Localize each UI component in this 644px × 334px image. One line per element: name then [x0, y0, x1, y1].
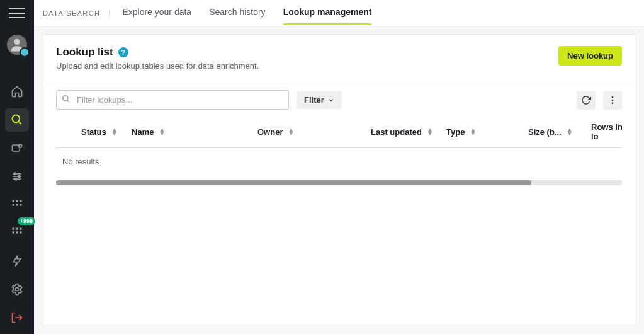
- svg-line-26: [67, 100, 69, 101]
- help-icon[interactable]: ?: [118, 47, 128, 57]
- page-subtitle: Upload and edit lookup tables used for d…: [56, 61, 259, 71]
- nav-alerts[interactable]: [5, 137, 29, 160]
- more-menu-button[interactable]: [603, 91, 622, 110]
- svg-point-0: [14, 39, 20, 45]
- sort-icon: ▲▼: [111, 128, 118, 135]
- svg-rect-21: [16, 232, 18, 234]
- column-size[interactable]: Size (b... ▲▼: [528, 122, 591, 141]
- scrollbar-thumb[interactable]: [56, 180, 531, 185]
- sort-icon: ▲▼: [470, 128, 476, 135]
- tab-explore[interactable]: Explore your data: [122, 1, 191, 25]
- nav-search[interactable]: [5, 108, 29, 132]
- column-rows[interactable]: Rows in lo: [591, 122, 622, 141]
- svg-point-8: [14, 173, 16, 175]
- refresh-button[interactable]: [577, 91, 596, 110]
- more-vertical-icon: [607, 95, 618, 105]
- nav-flow[interactable]: [5, 250, 29, 273]
- column-last-updated[interactable]: Last updated ▲▼: [371, 122, 446, 141]
- filter-button[interactable]: Filter: [297, 91, 342, 109]
- svg-point-28: [612, 99, 614, 101]
- chevron-down-icon: [328, 97, 334, 103]
- sort-icon: ▲▼: [427, 128, 433, 135]
- column-status[interactable]: Status ▲▼: [56, 122, 132, 141]
- tab-history[interactable]: Search history: [209, 1, 265, 25]
- nav-home[interactable]: [5, 80, 29, 103]
- breadcrumb: DATA SEARCH: [43, 9, 110, 17]
- filter-button-label: Filter: [304, 95, 324, 105]
- svg-rect-12: [16, 200, 18, 202]
- page-title: Lookup list: [56, 46, 113, 59]
- svg-rect-13: [20, 200, 21, 202]
- filter-input[interactable]: [56, 90, 289, 110]
- svg-rect-16: [20, 204, 21, 205]
- svg-point-25: [63, 95, 68, 100]
- nav-logout[interactable]: [5, 306, 29, 329]
- sort-icon: ▲▼: [159, 128, 165, 135]
- svg-point-23: [16, 287, 19, 291]
- svg-rect-18: [16, 228, 18, 230]
- menu-toggle[interactable]: [4, 4, 30, 22]
- svg-rect-15: [16, 204, 18, 205]
- empty-state: No results: [56, 148, 622, 175]
- svg-rect-22: [20, 232, 21, 234]
- svg-point-1: [13, 115, 20, 123]
- svg-point-29: [612, 102, 614, 104]
- nav-grid-1[interactable]: [5, 193, 29, 216]
- column-type[interactable]: Type ▲▼: [446, 122, 528, 141]
- svg-rect-11: [13, 200, 14, 202]
- column-name[interactable]: Name ▲▼: [132, 122, 257, 141]
- new-lookup-button[interactable]: New lookup: [558, 46, 622, 66]
- nav-grid-2[interactable]: +999: [5, 221, 29, 245]
- svg-rect-19: [20, 228, 21, 230]
- horizontal-scrollbar[interactable]: [56, 180, 622, 185]
- svg-rect-14: [13, 204, 14, 205]
- nav-filters[interactable]: [5, 164, 29, 188]
- search-icon: [62, 95, 71, 106]
- nav-settings[interactable]: [5, 278, 29, 301]
- user-avatar[interactable]: [7, 35, 27, 55]
- svg-point-27: [612, 96, 614, 98]
- refresh-icon: [581, 95, 591, 105]
- svg-rect-20: [13, 232, 14, 234]
- column-owner[interactable]: Owner ▲▼: [257, 122, 371, 141]
- svg-point-10: [15, 178, 17, 180]
- svg-point-9: [18, 175, 20, 177]
- notification-badge: +999: [18, 217, 35, 225]
- sort-icon: ▲▼: [567, 128, 573, 135]
- sort-icon: ▲▼: [288, 128, 294, 135]
- tab-lookup-management[interactable]: Lookup management: [283, 1, 372, 25]
- svg-line-2: [19, 122, 21, 124]
- user-status-badge: [20, 47, 30, 57]
- svg-rect-17: [13, 228, 14, 230]
